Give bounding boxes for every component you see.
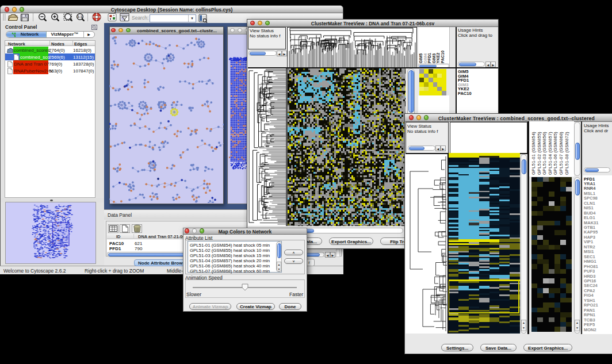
svg-text:1:1: 1:1 [78,15,83,18]
